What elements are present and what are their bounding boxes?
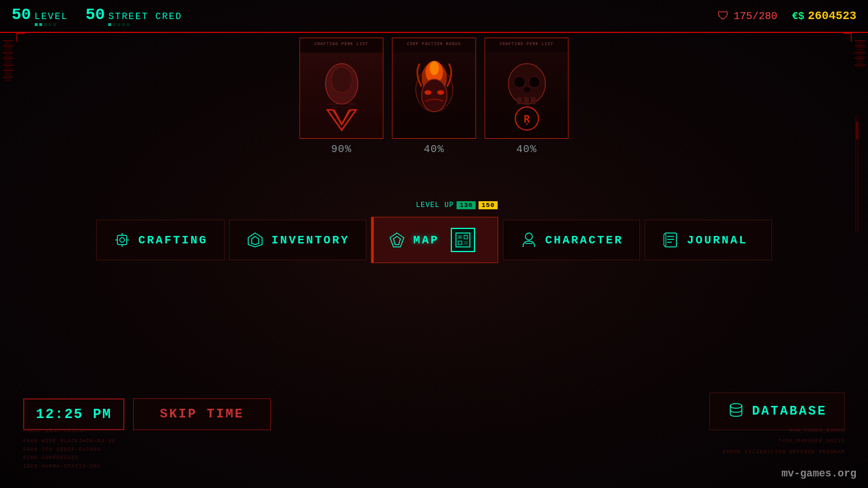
scroll-indicator (855, 116, 859, 231)
svg-point-24 (120, 238, 124, 242)
svg-point-13 (437, 90, 444, 95)
level-up-max: 150 (479, 201, 498, 209)
nav-item-inventory[interactable]: INVENTORY (229, 220, 366, 260)
header-right: 🛡 175/280 €$ 2604523 (718, 9, 856, 23)
card-frame-2[interactable]: CORP FACTION BONUS (392, 38, 476, 139)
svg-rect-34 (458, 235, 462, 239)
database-label: DATABASE (752, 404, 827, 419)
svg-rect-36 (458, 241, 462, 245)
corner-decoration-tl (16, 33, 25, 42)
svg-marker-30 (252, 236, 259, 245)
side-decoration-left (0, 35, 16, 439)
database-icon-svg (727, 401, 745, 419)
svg-point-15 (513, 76, 525, 88)
svg-point-11 (421, 79, 447, 112)
svg-marker-32 (393, 236, 400, 245)
skip-time-label: SKIP TIME (160, 407, 244, 422)
money-display: €$ 2604523 (792, 9, 856, 23)
card-frame-1[interactable]: CRAFTING PERK LIST (300, 38, 384, 139)
card-image-2 (393, 53, 476, 138)
svg-point-45 (730, 404, 742, 408)
street-cred-progress (108, 23, 182, 26)
map-icon (388, 231, 406, 249)
journal-icon (661, 231, 680, 249)
svg-rect-40 (665, 233, 676, 247)
level-number: 50 (12, 6, 31, 24)
level-progress (35, 23, 68, 26)
card-art-svg-1 (310, 58, 373, 133)
card-art-2 (393, 53, 476, 138)
svg-marker-2 (327, 110, 356, 130)
map-label: MAP (413, 234, 439, 247)
time-text: 12:25 PM (36, 406, 112, 422)
card-art-svg-2 (402, 58, 466, 133)
card-image-1 (300, 53, 383, 138)
hp-display: 🛡 175/280 (718, 9, 778, 23)
svg-point-10 (429, 61, 439, 75)
corner-decoration-tr (843, 33, 852, 42)
skip-time-button[interactable]: SKIP TIME (133, 398, 271, 430)
card-header-2: CORP FACTION BONUS (393, 42, 476, 46)
svg-rect-20 (531, 97, 535, 104)
card-1: CRAFTING PERK LIST (300, 38, 384, 155)
crafting-label: CRAFTING (138, 234, 208, 247)
footer-manager: TASK_MANAGER_50115 (778, 437, 845, 445)
header: 50 LEVEL 50 STREET CRED (0, 0, 868, 32)
svg-text:Ŗ: Ŗ (524, 113, 530, 125)
bottom-bar-left: 12:25 PM SKIP TIME (23, 398, 271, 430)
svg-point-12 (424, 90, 431, 95)
watermark: mv-games.org (781, 468, 856, 479)
side-decoration-right (852, 35, 868, 439)
card-2: CORP FACTION BONUS (392, 38, 476, 155)
card-3: CRAFTING PERK LIST (485, 38, 569, 155)
inventory-icon (246, 231, 264, 249)
svg-rect-35 (464, 235, 468, 239)
footer-info: MODEL LINE L2001A FRAK WIRE BLACKJACK-R4… (23, 427, 845, 471)
nav-item-character[interactable]: CHARACTER (503, 220, 640, 260)
footer-task: FAN_TASKS_ROOMS (789, 427, 845, 435)
inventory-label: INVENTORY (271, 234, 350, 247)
euro-dollar-icon: €$ (792, 10, 804, 22)
level-up-current: 136 (457, 201, 476, 209)
level-up-badge: LEVEL UP 136 150 (416, 201, 498, 209)
card-percent-3: 40% (516, 143, 536, 155)
svg-point-1 (331, 67, 352, 93)
card-percent-2: 40% (424, 143, 444, 155)
card-frame-3[interactable]: CRAFTING PERK LIST (485, 38, 569, 139)
nav-item-journal[interactable]: JOURNAL (645, 220, 772, 260)
card-art-svg-3: Ŗ (495, 58, 558, 133)
card-art-3: Ŗ (486, 53, 568, 138)
footer-calib: ERROR CALIBRATION DEFENSE PROGRAM (723, 448, 845, 456)
street-cred-badge: 50 STREET CRED (86, 6, 182, 26)
svg-point-16 (528, 76, 540, 88)
cards-section: CRAFTING PERK LIST (300, 38, 569, 155)
journal-label: JOURNAL (687, 234, 748, 247)
nav-item-map[interactable]: MAP LEVEL UP 136 150 (371, 217, 498, 263)
svg-point-38 (525, 233, 532, 240)
money-value: 2604523 (808, 9, 856, 23)
footer-model: MODEL LINE L2001A (23, 427, 116, 435)
crafting-icon (113, 231, 131, 249)
scroll-thumb (856, 122, 858, 139)
street-cred-label: STREET CRED (108, 12, 182, 22)
time-display: 12:25 PM (23, 398, 124, 430)
card-percent-1: 90% (331, 143, 351, 155)
navigation-bar: CRAFTING INVENTORY MAP (96, 217, 772, 263)
svg-rect-23 (117, 235, 127, 245)
street-cred-number: 50 (86, 6, 105, 24)
svg-point-17 (524, 87, 529, 92)
nav-item-crafting[interactable]: CRAFTING (96, 220, 225, 260)
card-art-1 (300, 53, 383, 138)
svg-rect-18 (517, 97, 521, 104)
database-button[interactable]: DATABASE (709, 393, 845, 430)
level-badge: 50 LEVEL (12, 6, 68, 26)
map-preview-icon (454, 231, 472, 249)
hp-value: 175/280 (734, 10, 778, 22)
card-header-3: CRAFTING PERK LIST (486, 42, 568, 46)
character-icon (520, 231, 538, 249)
card-header-1: CRAFTING PERK LIST (300, 42, 383, 46)
database-icon (727, 401, 745, 422)
level-label: LEVEL (35, 12, 68, 22)
character-label: CHARACTER (545, 234, 623, 247)
header-left: 50 LEVEL 50 STREET CRED (12, 6, 182, 26)
